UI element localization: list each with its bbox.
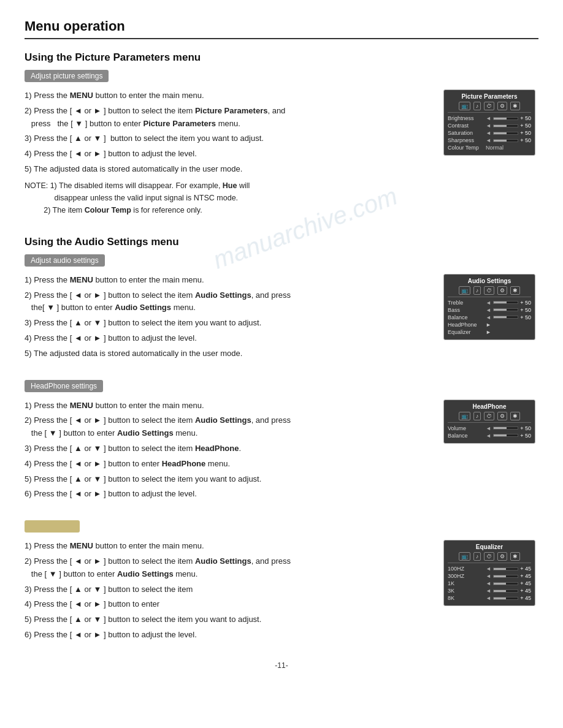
menu-row-sharpness: Sharpness ◄ + 50 (448, 137, 531, 143)
step: 5) Press the [ ▲ or ▼ ] button to select… (25, 473, 431, 486)
step: 2) Press the [ ◄ or ► ] button to select… (25, 289, 431, 315)
section-block-picture: 1) Press the MENU button to enter the ma… (25, 89, 538, 219)
step: 4) Press the [ ◄ or ► ] button to adjust… (25, 148, 431, 161)
menu-icons-picture: 📺♪⏱⚙✱ (448, 102, 531, 113)
section-text-picture: 1) Press the MENU button to enter the ma… (25, 89, 443, 219)
menu-image-audio: Audio Settings 📺♪⏱⚙✱ Treble ◄ + 50 Bass … (443, 274, 538, 340)
step: 4) Press the [ ◄ or ► ] button to adjust… (25, 332, 431, 345)
section-block-equalizer: 1) Press the MENU button to enter the ma… (25, 540, 538, 644)
menu-image-picture: Picture Parameters 📺♪⏱⚙✱ Brightness ◄ + … (443, 89, 538, 156)
section-text-equalizer: 1) Press the MENU button to enter the ma… (25, 540, 443, 644)
section-text-headphone: 1) Press the MENU button to enter the ma… (25, 400, 443, 504)
step: 3) Press the [ ▲ or ▼ ] button to select… (25, 317, 431, 330)
menu-box-picture: Picture Parameters 📺♪⏱⚙✱ Brightness ◄ + … (443, 89, 535, 156)
section-text-audio: 1) Press the MENU button to enter the ma… (25, 274, 443, 363)
menu-image-equalizer: Equalizer 📺♪⏱⚙✱ 100HZ ◄ + 45 300HZ ◄ + 4… (443, 540, 538, 606)
page-number: -11- (25, 661, 538, 670)
menu-row-treble: Treble ◄ + 50 (448, 300, 531, 306)
menu-icons-audio: 📺♪⏱⚙✱ (448, 286, 531, 297)
badge-audio: Adjust audio settings (25, 254, 538, 274)
step: 6) Press the [ ◄ or ► ] button to adjust… (25, 629, 431, 642)
menu-title-audio: Audio Settings (448, 278, 531, 284)
step: 6) Press the [ ◄ or ► ] button to adjust… (25, 488, 431, 501)
step: 4) Press the [ ◄ or ► ] button to enter (25, 598, 431, 611)
badge-picture: Adjust picture settings (25, 70, 538, 89)
menu-title-equalizer: Equalizer (448, 544, 531, 550)
menu-row-headphone: HeadPhone ► (448, 322, 531, 328)
menu-icons-headphone: 📺♪⏱⚙✱ (448, 412, 531, 423)
step: 1) Press the MENU button to enter the ma… (25, 274, 431, 287)
step: 4) Press the [ ◄ or ► ] button to enter … (25, 458, 431, 471)
menu-row-bass: Bass ◄ + 50 (448, 307, 531, 313)
menu-row-equalizer: Equalizer ► (448, 329, 531, 335)
menu-row-balance: Balance ◄ + 50 (448, 314, 531, 320)
note-picture: NOTE: 1) The disabled items will disappe… (25, 180, 431, 216)
step: 1) Press the MENU button to enter the ma… (25, 540, 431, 553)
step: 3) Press the [ ▲ or ▼ ] button to select… (25, 583, 431, 596)
section-heading-audio: Using the Audio Settings menu (25, 236, 538, 248)
menu-image-headphone: HeadPhone 📺♪⏱⚙✱ Volume ◄ + 50 Balance ◄ … (443, 400, 538, 444)
menu-row-hp-balance: Balance ◄ + 50 (448, 433, 531, 439)
section-block-audio: 1) Press the MENU button to enter the ma… (25, 274, 538, 363)
badge-equalizer (25, 520, 538, 540)
menu-row-100hz: 100HZ ◄ + 45 (448, 566, 531, 572)
menu-row-brightness: Brightness ◄ + 50 (448, 115, 531, 121)
step: 5) Press the [ ▲ or ▼ ] button to select… (25, 613, 431, 626)
menu-box-audio: Audio Settings 📺♪⏱⚙✱ Treble ◄ + 50 Bass … (443, 274, 535, 340)
step: 5) The adjusted data is stored automatic… (25, 163, 431, 176)
step: 3) Press the [ ▲ or ▼ ] button to select… (25, 132, 431, 145)
menu-row-contrast: Contrast ◄ + 50 (448, 123, 531, 129)
menu-row-hp-volume: Volume ◄ + 50 (448, 425, 531, 431)
menu-row-colour-temp: Colour Temp Normal (448, 145, 531, 151)
menu-box-headphone: HeadPhone 📺♪⏱⚙✱ Volume ◄ + 50 Balance ◄ … (443, 400, 535, 444)
step: 2) Press the [ ◄ or ► ] button to select… (25, 555, 431, 581)
section-heading-picture: Using the Picture Parameters menu (25, 51, 538, 64)
page-title: Menu operation (25, 18, 538, 34)
menu-row-8k: 8K ◄ + 45 (448, 595, 531, 601)
step: 2) Press the [ ◄ or ► ] button to select… (25, 105, 431, 131)
step: 2) Press the [ ◄ or ► ] button to select… (25, 414, 431, 440)
menu-row-3k: 3K ◄ + 45 (448, 588, 531, 594)
menu-icons-equalizer: 📺♪⏱⚙✱ (448, 552, 531, 563)
step: 3) Press the [ ▲ or ▼ ] button to select… (25, 442, 431, 455)
badge-headphone: HeadPhone settings (25, 380, 538, 400)
menu-title-picture: Picture Parameters (448, 93, 531, 100)
menu-row-300hz: 300HZ ◄ + 45 (448, 573, 531, 579)
menu-row-1k: 1K ◄ + 45 (448, 580, 531, 586)
title-divider (25, 38, 538, 39)
menu-row-saturation: Saturation ◄ + 50 (448, 130, 531, 136)
step: 1) Press the MENU button to enter the ma… (25, 400, 431, 412)
menu-box-equalizer: Equalizer 📺♪⏱⚙✱ 100HZ ◄ + 45 300HZ ◄ + 4… (443, 540, 535, 606)
menu-title-headphone: HeadPhone (448, 403, 531, 410)
section-block-headphone: 1) Press the MENU button to enter the ma… (25, 400, 538, 504)
step: 1) Press the MENU button to enter the ma… (25, 89, 431, 102)
step: 5) The adjusted data is stored automatic… (25, 347, 431, 360)
